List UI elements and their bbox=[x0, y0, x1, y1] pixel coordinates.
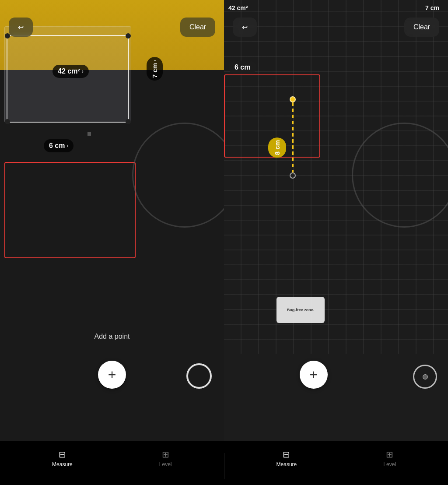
area-chevron: › bbox=[82, 68, 84, 74]
clear-button[interactable]: Clear bbox=[180, 18, 215, 37]
top-measurement-value: 6 cm bbox=[234, 63, 250, 71]
level-label-right: Level bbox=[383, 461, 396, 467]
right-screen: 42 cm² 7 cm 6 cm 8 cm ↩ bbox=[224, 0, 448, 441]
add-point-label: Add a point bbox=[94, 333, 130, 341]
left-tab-section: ⊟ Measure ⊞ Level bbox=[0, 447, 224, 469]
measurement-dot-top bbox=[290, 96, 296, 102]
key-grid bbox=[224, 0, 448, 354]
width-value: 6 cm bbox=[49, 142, 65, 150]
top-label-height: 7 cm bbox=[425, 4, 439, 11]
measurement-dot-bottom bbox=[290, 172, 296, 179]
width-measurement-badge[interactable]: 6 cm › bbox=[44, 139, 74, 152]
shutter-button-right[interactable] bbox=[413, 365, 437, 389]
clear-button-right[interactable]: Clear bbox=[404, 18, 439, 37]
level-icon-left: ⊞ bbox=[162, 449, 169, 460]
level-label-left: Level bbox=[159, 461, 172, 467]
sticker-bugfree: Bug-free zone. bbox=[276, 297, 325, 323]
measure-icon-left: ⊟ bbox=[59, 449, 66, 460]
bottom-navigation: ⊟ Measure ⊞ Level ⊟ Measure ⊞ Level bbox=[0, 441, 448, 485]
tab-measure-right[interactable]: ⊟ Measure bbox=[271, 447, 302, 469]
left-screen: ◎ 42 cm² › 7 cm ‹ 6 cm › bbox=[0, 0, 224, 441]
height-measurement-badge[interactable]: 7 cm ‹ bbox=[147, 57, 163, 81]
right-tab-section: ⊟ Measure ⊞ Level bbox=[224, 447, 448, 469]
back-icon-right: ↩ bbox=[242, 23, 248, 32]
area-value: 42 cm² bbox=[58, 67, 80, 75]
top-label-area: 42 cm² bbox=[228, 4, 248, 11]
height-chevron: ‹ bbox=[152, 60, 158, 61]
height-value: 7 cm bbox=[151, 63, 158, 78]
clear-label: Clear bbox=[189, 23, 206, 31]
touchpad-outline bbox=[4, 162, 136, 258]
measurement-rectangle bbox=[7, 35, 129, 123]
sticker-label: Bug-free zone. bbox=[287, 308, 315, 312]
corner-tl bbox=[5, 33, 10, 39]
crosshair-vertical bbox=[68, 36, 68, 122]
back-button[interactable]: ↩ bbox=[9, 18, 33, 37]
measurement-badge-8cm[interactable]: 8 cm bbox=[268, 137, 286, 158]
level-icon-right: ⊞ bbox=[386, 449, 393, 460]
corner-bl bbox=[5, 119, 10, 124]
tab-level-right[interactable]: ⊞ Level bbox=[378, 447, 401, 469]
vertical-measurement-value: 8 cm bbox=[273, 140, 281, 155]
center-dot bbox=[88, 132, 91, 136]
back-icon: ↩ bbox=[18, 23, 24, 32]
shutter-inner-ring bbox=[423, 374, 428, 380]
measurement-dashed-line bbox=[292, 102, 294, 172]
vertical-measurement: 8 cm bbox=[290, 96, 296, 179]
tab-measure-left[interactable]: ⊟ Measure bbox=[47, 447, 78, 469]
add-point-button-right[interactable]: + bbox=[300, 361, 328, 389]
shutter-button-left[interactable] bbox=[186, 363, 212, 389]
plus-icon: + bbox=[108, 367, 116, 383]
width-chevron: › bbox=[66, 143, 68, 149]
corner-tr bbox=[126, 33, 131, 39]
back-button-right[interactable]: ↩ bbox=[233, 18, 257, 37]
area-measurement-badge[interactable]: 42 cm² › bbox=[52, 65, 89, 78]
measure-label-left: Measure bbox=[52, 461, 73, 467]
tab-level-left[interactable]: ⊞ Level bbox=[154, 447, 177, 469]
add-point-button[interactable]: + bbox=[98, 361, 126, 389]
measure-icon-right: ⊟ bbox=[283, 449, 290, 460]
top-measurement-label[interactable]: 6 cm bbox=[228, 61, 256, 74]
measure-label-right: Measure bbox=[276, 461, 297, 467]
clear-label-right: Clear bbox=[413, 23, 430, 31]
corner-br bbox=[126, 119, 131, 124]
plus-icon-right: + bbox=[309, 367, 318, 383]
